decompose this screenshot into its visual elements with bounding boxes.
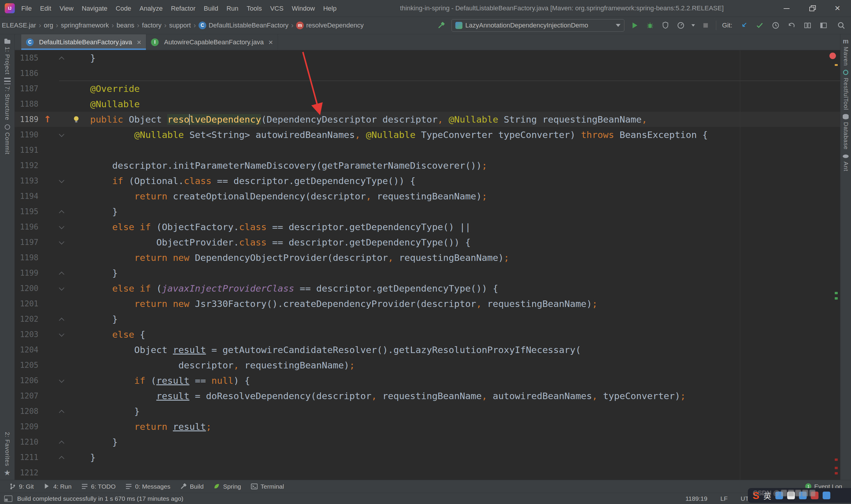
code-line-1202[interactable]: 1202 } (15, 311, 840, 327)
code-line-1191[interactable]: 1191 (15, 142, 840, 158)
gutter[interactable]: 1207 (15, 388, 90, 403)
code-line-1203[interactable]: 1203 else { (15, 327, 840, 342)
toolwindow-4-run[interactable]: 4: Run (38, 480, 76, 493)
code-text[interactable]: else { (90, 327, 840, 342)
breadcrumb-item-support[interactable]: support (169, 21, 192, 30)
menu-refactor[interactable]: Refactor (167, 0, 199, 17)
fold-marker-icon[interactable] (59, 440, 64, 446)
profiler-dropdown[interactable] (691, 20, 696, 31)
code-line-1198[interactable]: 1198 return new DependencyObjectProvider… (15, 250, 840, 265)
menu-navigate[interactable]: Navigate (78, 0, 112, 17)
menu-window[interactable]: Window (288, 0, 319, 17)
breadcrumb-method[interactable]: mresolveDependency (295, 21, 364, 30)
stripe-7-structure[interactable]: 7: Structure (4, 77, 11, 120)
fold-marker-icon[interactable] (59, 239, 64, 244)
code-text[interactable]: @Nullable (90, 96, 840, 112)
restore-icon[interactable] (809, 5, 816, 12)
code-line-1194[interactable]: 1194 return createOptionalDependency(des… (15, 188, 840, 204)
menu-tools[interactable]: Tools (242, 0, 266, 17)
code-line-1200[interactable]: 1200 else if (javaxInjectProviderClass =… (15, 281, 840, 296)
close-icon[interactable]: × (268, 39, 273, 45)
gutter[interactable]: 1185 (15, 50, 90, 66)
code-text[interactable]: } (90, 204, 840, 219)
fold-marker-icon[interactable] (59, 285, 64, 290)
gutter[interactable]: 1210 (15, 434, 90, 450)
breadcrumb-item-beans[interactable]: beans (116, 21, 135, 30)
code-text[interactable]: descriptor, requestingBeanName); (90, 358, 840, 373)
fold-marker-icon[interactable] (59, 271, 64, 277)
run-button[interactable] (629, 20, 640, 31)
code-text[interactable]: } (90, 265, 840, 281)
profiler-button[interactable] (675, 20, 686, 31)
coverage-button[interactable] (660, 20, 671, 31)
gutter[interactable]: 1189↑ (15, 112, 90, 127)
toolwindow-build[interactable]: Build (175, 480, 208, 493)
layout-button[interactable] (818, 20, 829, 31)
code-line-1199[interactable]: 1199 } (15, 265, 840, 281)
breadcrumb-class[interactable]: CDefaultListableBeanFactory (198, 21, 289, 30)
fold-marker-icon[interactable] (59, 210, 64, 215)
code-text[interactable]: else if (ObjectFactory.class == descript… (90, 219, 840, 235)
stripe-commit[interactable]: Commit (4, 124, 11, 155)
code-line-1206[interactable]: 1206 if (result == null) { (15, 373, 840, 388)
minimize-icon[interactable] (783, 5, 790, 12)
gutter[interactable]: 1196 (15, 219, 90, 235)
code-text[interactable]: } (90, 50, 840, 66)
toolwindow-9-git[interactable]: 9: Git (4, 480, 38, 493)
gutter[interactable]: 1192 (15, 158, 90, 173)
code-line-1195[interactable]: 1195 } (15, 204, 840, 219)
code-text[interactable]: } (90, 434, 840, 450)
code-line-1211[interactable]: 1211} (15, 450, 840, 465)
code-text[interactable] (90, 465, 840, 480)
code-text[interactable]: } (90, 403, 840, 419)
code-text[interactable]: return new DependencyObjectProvider(desc… (90, 250, 840, 265)
debug-button[interactable] (645, 20, 656, 31)
stripe-database[interactable]: Database (842, 113, 849, 150)
code-text[interactable]: ObjectProvider.class == descriptor.getDe… (90, 235, 840, 250)
code-line-1201[interactable]: 1201 return new Jsr330Factory().createDe… (15, 296, 840, 311)
override-marker-icon[interactable]: ↑ (44, 112, 51, 127)
menu-file[interactable]: File (17, 0, 36, 17)
gutter[interactable]: 1188 (15, 96, 90, 112)
code-line-1186[interactable]: 1186 (15, 66, 840, 81)
stripe-2-favorites[interactable]: 2: Favorites (4, 432, 11, 466)
search-icon[interactable] (836, 20, 847, 31)
code-line-1204[interactable]: 1204 Object result = getAutowireCandidat… (15, 342, 840, 358)
gutter[interactable]: 1198 (15, 250, 90, 265)
menu-view[interactable]: View (55, 0, 77, 17)
line-separator[interactable]: LF (720, 495, 728, 502)
code-line-1185[interactable]: 1185} (15, 50, 840, 66)
toolwindow-spring[interactable]: Spring (208, 480, 246, 493)
code-line-1189[interactable]: 1189↑public Object resolveDependency(Dep… (15, 112, 840, 127)
fold-marker-icon[interactable] (59, 223, 64, 229)
fold-marker-icon[interactable] (59, 56, 64, 62)
gutter[interactable]: 1211 (15, 450, 90, 465)
stripe-star[interactable]: ★ (4, 469, 11, 476)
editor[interactable]: 1185}11861187@Override1188@Nullable1189↑… (15, 50, 840, 480)
gutter[interactable]: 1204 (15, 342, 90, 358)
code-line-1197[interactable]: 1197 ObjectProvider.class == descriptor.… (15, 235, 840, 250)
breadcrumb-item-factory[interactable]: factory (142, 21, 162, 30)
stripe-ant[interactable]: Ant (842, 153, 849, 172)
gutter[interactable]: 1202 (15, 311, 90, 327)
code-text[interactable] (90, 142, 840, 158)
gutter[interactable]: 1197 (15, 235, 90, 250)
tab-autowirecapablebeanfactory-java[interactable]: IAutowireCapableBeanFactory.java× (146, 34, 278, 50)
code-text[interactable]: descriptor.initParameterNameDiscovery(ge… (90, 158, 840, 173)
code-line-1196[interactable]: 1196 else if (ObjectFactory.class == des… (15, 219, 840, 235)
gutter[interactable]: 1199 (15, 265, 90, 281)
gutter[interactable]: 1200 (15, 281, 90, 296)
code-text[interactable] (90, 66, 840, 81)
menu-help[interactable]: Help (319, 0, 341, 17)
menu-edit[interactable]: Edit (36, 0, 55, 17)
close-icon[interactable]: × (137, 39, 141, 45)
stop-button[interactable] (700, 20, 711, 31)
code-text[interactable]: if (Optional.class == descriptor.getDepe… (90, 173, 840, 188)
stripe-maven[interactable]: mMaven (842, 38, 849, 66)
toolwindow-terminal[interactable]: Terminal (246, 480, 289, 493)
gutter[interactable]: 1203 (15, 327, 90, 342)
gutter[interactable]: 1186 (15, 66, 90, 81)
fold-marker-icon[interactable] (59, 331, 64, 337)
fold-marker-icon[interactable] (59, 456, 64, 461)
code-line-1192[interactable]: 1192 descriptor.initParameterNameDiscove… (15, 158, 840, 173)
